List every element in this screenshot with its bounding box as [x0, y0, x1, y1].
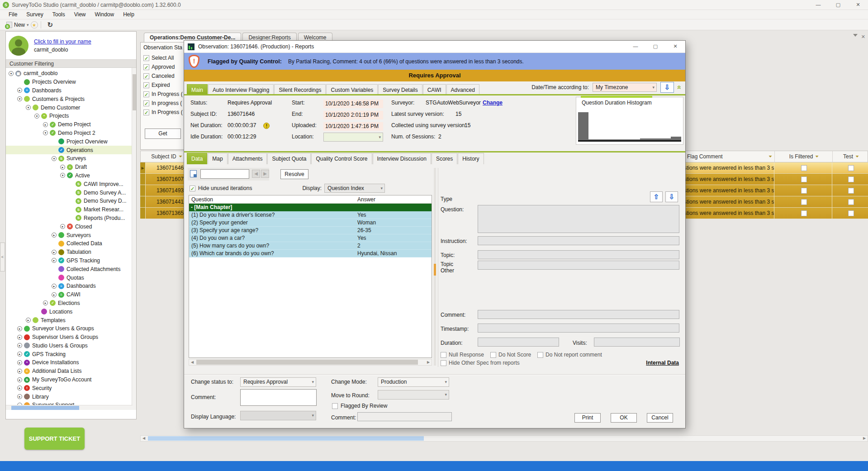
is-filtered-checkbox[interactable]	[801, 176, 807, 182]
detail-tab-scores[interactable]: Scores	[432, 153, 457, 164]
display-select[interactable]: Question Index	[324, 184, 385, 193]
instruction-field[interactable]	[478, 236, 679, 245]
menu-view[interactable]: View	[70, 10, 90, 19]
column-header-is-filtered[interactable]: Is Filtered	[776, 151, 833, 162]
question-field[interactable]	[478, 205, 679, 233]
sidebar-item-dashboards[interactable]: ▸≡Dashboards	[6, 282, 136, 290]
qa-row[interactable]: (1) Do you have a driver's license?Yes	[189, 211, 432, 219]
sidebar-item-demo-customer[interactable]: ▾Demo Customer	[6, 103, 136, 112]
collapsed-expander-icon[interactable]: ▸	[52, 250, 57, 255]
menu-tools[interactable]: Tools	[48, 10, 69, 19]
expanded-expander-icon[interactable]: ▾	[9, 71, 14, 76]
sidebar-item-surveyor-users-groups[interactable]: ▸Surveyor Users & Groups	[6, 324, 136, 333]
goto-question-icon[interactable]	[190, 170, 197, 177]
test-checkbox[interactable]	[848, 165, 854, 171]
footer-comment2-input[interactable]	[357, 412, 452, 421]
null-response-checkbox[interactable]	[441, 352, 446, 358]
collapsed-expander-icon[interactable]: ▸	[52, 284, 57, 289]
sidebar-item-demo-survey-a[interactable]: SDemo Survey A...	[6, 188, 136, 197]
is-filtered-checkbox[interactable]	[801, 210, 807, 216]
collapsed-expander-icon[interactable]: ▸	[17, 352, 22, 357]
column-header-subject-id[interactable]: Subject ID	[146, 151, 188, 162]
sidebar-item-collected-data[interactable]: Collected Data	[6, 239, 136, 248]
qa-row[interactable]: (3) Specify your age range?26-35	[189, 227, 432, 234]
tabrow-close-icon[interactable]: ✕	[861, 34, 865, 40]
collapsed-expander-icon[interactable]: ▸	[60, 165, 65, 170]
test-checkbox[interactable]	[848, 188, 854, 194]
filter-icon[interactable]	[816, 156, 819, 157]
detail-tab-map[interactable]: Map	[208, 153, 227, 164]
detail-tab-quality-control-score[interactable]: Quality Control Score	[311, 153, 372, 164]
change-surveyor-link[interactable]: Change	[483, 100, 503, 106]
internal-data-link[interactable]: Internal Data	[646, 360, 679, 366]
qa-horizontal-scrollbar[interactable]: ◀ ▶	[189, 359, 432, 366]
scroll-right-arrow-icon[interactable]: ▶	[861, 436, 868, 441]
sidebar-item-carmit-dooblo[interactable]: ▾▦carmit_dooblo	[6, 69, 136, 78]
scroll-left-arrow-icon[interactable]: ◀	[189, 360, 195, 365]
expanded-expander-icon[interactable]: ▾	[52, 156, 57, 161]
expanded-expander-icon[interactable]: ▾	[43, 130, 48, 135]
duration-field[interactable]	[478, 338, 559, 347]
do-not-score-checkbox[interactable]	[490, 352, 496, 358]
menu-help[interactable]: Help	[119, 10, 138, 19]
dialog-minimize-button[interactable]: —	[626, 42, 645, 52]
sidebar-item-templates[interactable]: ▸Templates	[6, 316, 136, 324]
sidebar-item-project-overview[interactable]: Project Overview	[6, 137, 136, 146]
previous-match-button[interactable]: ◀	[252, 170, 260, 178]
detail-tab-interview-discussion[interactable]: Interview Discussion	[373, 153, 431, 164]
timezone-select[interactable]: My Timezone	[593, 83, 657, 92]
sidebar-item-device-installations[interactable]: ▸*Device Installations	[6, 358, 136, 367]
move-up-button[interactable]: ⇧	[650, 191, 663, 202]
sidebar-item-library[interactable]: ▸Library	[6, 392, 136, 401]
collapsed-expander-icon[interactable]: ▸	[17, 385, 22, 390]
change-status-select[interactable]: Requires Approval	[240, 377, 316, 387]
window-close-button[interactable]: ✕	[848, 0, 868, 10]
sidebar-item-demo-survey-d[interactable]: SDemo Survey D...	[6, 197, 136, 205]
collapsed-expander-icon[interactable]: ▸	[43, 122, 48, 127]
tree-horizontal-scrollbar[interactable]	[6, 405, 133, 410]
dialog-print-button[interactable]: Print	[574, 413, 601, 423]
sidebar-item-studio-users-groups[interactable]: ▸Studio Users & Groups	[6, 342, 136, 350]
qa-row[interactable]: (5) How many cars do you own?2	[189, 242, 432, 250]
menu-survey[interactable]: Survey	[22, 10, 47, 19]
sidebar-item-my-surveytogo-account[interactable]: ▸SMy SurveyToGo Account	[6, 376, 136, 384]
sidebar-item-quotas[interactable]: Quotas	[6, 273, 136, 282]
display-language-select[interactable]	[240, 411, 316, 420]
test-checkbox[interactable]	[848, 210, 854, 216]
dialog-cancel-button[interactable]: Cancel	[647, 413, 673, 423]
window-minimize-button[interactable]: —	[808, 0, 828, 10]
sidebar-item-projects[interactable]: ▾*Projects	[6, 112, 136, 120]
detail-tab-attachments[interactable]: Attachments	[228, 153, 267, 164]
status-filter-checkbox[interactable]	[143, 73, 149, 79]
sidebar-item-surveys[interactable]: ▾SSurveys	[6, 154, 136, 163]
collapsed-expander-icon[interactable]: ▸	[17, 88, 22, 93]
sidebar-item-operations[interactable]: ✓Operations	[6, 146, 136, 154]
status-filter-checkbox[interactable]	[143, 91, 149, 97]
status-filter-checkbox[interactable]	[143, 55, 149, 61]
sidebar-item-gps-tracking[interactable]: ▸✓GPS Tracking	[6, 257, 136, 265]
detail-tab-history[interactable]: History	[458, 153, 484, 164]
qa-row[interactable]: (2) Specify your genderWoman	[189, 219, 432, 227]
dialog-close-button[interactable]: ✕	[665, 42, 685, 52]
sidebar-item-draft[interactable]: ▸≡Draft	[6, 163, 136, 171]
filter-icon[interactable]	[769, 156, 772, 157]
collapsed-expander-icon[interactable]: ▸	[17, 369, 22, 374]
detail-tab-subject-quota[interactable]: Subject Quota	[267, 153, 311, 164]
sidebar-item-cawi-improve[interactable]: SCAWI Improve...	[6, 180, 136, 188]
window-maximize-button[interactable]: ▢	[828, 0, 848, 10]
filter-icon[interactable]	[179, 156, 182, 157]
sidebar-item-elections[interactable]: ▸✓Elections	[6, 299, 136, 308]
visits-field[interactable]	[594, 338, 680, 347]
expanded-expander-icon[interactable]: ▾	[17, 96, 22, 101]
sidebar-item-tabulation[interactable]: ▸Tabulation	[6, 248, 136, 257]
collapsed-expander-icon[interactable]: ▸	[60, 224, 65, 229]
collapsed-expander-icon[interactable]: ▸	[43, 300, 48, 305]
is-filtered-checkbox[interactable]	[801, 188, 807, 194]
column-header-test[interactable]: Test	[834, 151, 868, 162]
collapsed-expander-icon[interactable]: ▸	[52, 233, 57, 238]
sidebar-item-demo-project-2[interactable]: ▾✓Demo Project 2	[6, 129, 136, 138]
collapsed-expander-icon[interactable]: ▸	[52, 258, 57, 263]
collapsed-expander-icon[interactable]: ▸	[26, 318, 31, 323]
sidebar-item-dashboards[interactable]: ▸≡Dashboards	[6, 86, 136, 95]
main-horizontal-scrollbar[interactable]: ◀ ▶	[140, 435, 868, 442]
